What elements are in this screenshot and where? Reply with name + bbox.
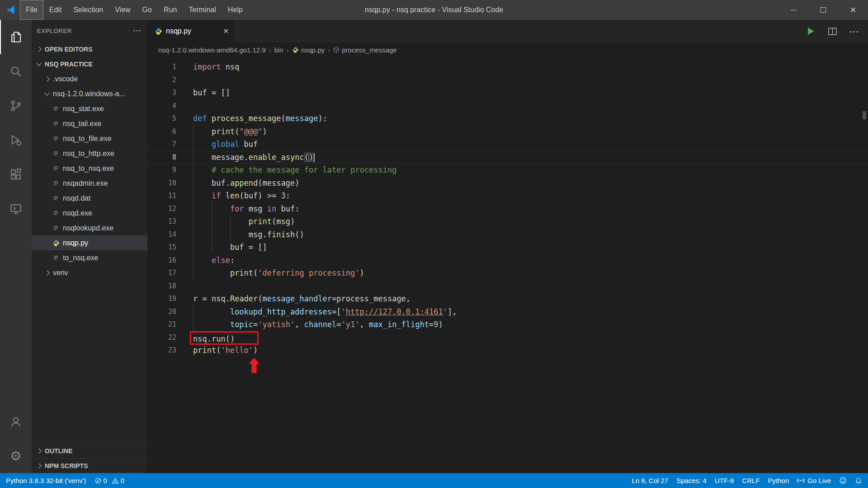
minimize-icon bbox=[791, 10, 797, 10]
tree-item-label: nsq_stat.exe bbox=[63, 105, 104, 113]
code-line-19[interactable]: 19r = nsq.Reader(message_handler=process… bbox=[147, 292, 868, 305]
breadcrumb-item-bin[interactable]: bin bbox=[274, 46, 283, 54]
code-line-9[interactable]: 9 # cache the message for later processi… bbox=[147, 164, 868, 177]
tab-label: nsqp.py bbox=[166, 27, 191, 35]
tree-item-nsqd.dat[interactable]: nsqd.dat bbox=[32, 191, 147, 206]
settings-gear-icon[interactable]: ⚙ bbox=[0, 439, 32, 473]
breadcrumb-item-nsq-1.2.0.windows-amd64.go1.12.9[interactable]: nsq-1.2.0.windows-amd64.go1.12.9 bbox=[158, 46, 266, 54]
tree-item-label: nsq_to_nsq.exe bbox=[63, 164, 114, 173]
code-line-14[interactable]: 14 msg.finish() bbox=[147, 228, 868, 241]
code-line-22[interactable]: 22nsq.run() bbox=[147, 331, 868, 344]
language-mode-status[interactable]: Python bbox=[764, 473, 793, 488]
tree-item-label: venv bbox=[53, 269, 68, 277]
explorer-icon[interactable] bbox=[0, 20, 32, 54]
extensions-icon[interactable] bbox=[0, 157, 32, 192]
explorer-sidebar: EXPLORER ⋯ OPEN EDITORS NSQ PRACTICE .vs… bbox=[32, 20, 147, 473]
run-and-debug-icon[interactable] bbox=[0, 123, 32, 157]
indentation-status[interactable]: Spaces: 4 bbox=[672, 473, 711, 488]
code-line-18[interactable]: 18 bbox=[147, 280, 868, 293]
line-content: msg.finish() bbox=[176, 228, 304, 241]
editor-more-actions-icon[interactable]: ⋯ bbox=[849, 29, 860, 34]
tree-item-nsq-to-nsq.exe[interactable]: nsq_to_nsq.exe bbox=[32, 161, 147, 176]
tree-item-nsq-to-http.exe[interactable]: nsq_to_http.exe bbox=[32, 146, 147, 161]
maximize-button[interactable] bbox=[808, 0, 838, 20]
code-line-21[interactable]: 21 topic='yatish', channel='y1', max_in_… bbox=[147, 318, 868, 331]
sidebar-more-actions-icon[interactable]: ⋯ bbox=[133, 26, 142, 36]
code-line-2[interactable]: 2 bbox=[147, 74, 868, 87]
code-line-5[interactable]: 5def process_message(message): bbox=[147, 112, 868, 125]
source-control-icon[interactable] bbox=[0, 89, 32, 123]
breadcrumb-separator: › bbox=[328, 46, 330, 54]
split-editor-icon[interactable] bbox=[828, 27, 837, 36]
line-content: buf = [] bbox=[176, 241, 267, 254]
code-line-15[interactable]: 15 buf = [] bbox=[147, 241, 868, 254]
status-bar: Python 3.8.3 32-bit ('venv') 0 0 Ln 8, C… bbox=[0, 473, 868, 488]
section-workspace[interactable]: NSQ PRACTICE bbox=[32, 56, 147, 71]
tab-close-icon[interactable]: ✕ bbox=[223, 27, 229, 35]
breadcrumb-item-nsqp.py[interactable]: nsqp.py bbox=[292, 46, 325, 54]
tree-item-.vscode[interactable]: .vscode bbox=[32, 71, 147, 86]
tree-item-nsq-stat.exe[interactable]: nsq_stat.exe bbox=[32, 101, 147, 116]
code-line-6[interactable]: 6 print("@@@") bbox=[147, 125, 868, 138]
code-line-11[interactable]: 11 if len(buf) >= 3: bbox=[147, 189, 868, 202]
remote-explorer-icon[interactable] bbox=[0, 192, 32, 226]
search-icon[interactable] bbox=[0, 54, 32, 89]
line-number: 21 bbox=[147, 318, 176, 331]
section-open-editors[interactable]: OPEN EDITORS bbox=[32, 42, 147, 56]
annotation-box: nsq.run() bbox=[190, 331, 259, 345]
menu-view[interactable]: View bbox=[109, 0, 136, 20]
code-line-16[interactable]: 16 else: bbox=[147, 254, 868, 267]
error-icon bbox=[94, 477, 102, 484]
code-line-17[interactable]: 17 print('deferring processing') bbox=[147, 267, 868, 280]
code-line-4[interactable]: 4 bbox=[147, 99, 868, 113]
tree-item-nsqlookupd.exe[interactable]: nsqlookupd.exe bbox=[32, 221, 147, 235]
menu-edit[interactable]: Edit bbox=[43, 0, 68, 20]
code-line-23[interactable]: 23print('hello') bbox=[147, 344, 868, 357]
line-content: r = nsq.Reader(message_handler=process_m… bbox=[176, 292, 410, 305]
notifications-button[interactable] bbox=[851, 473, 866, 488]
go-live-status[interactable]: Go Live bbox=[793, 473, 835, 488]
line-content: topic='yatish', channel='y1', max_in_fli… bbox=[176, 318, 443, 331]
scrollbar-decoration[interactable] bbox=[863, 111, 866, 119]
section-outline[interactable]: OUTLINE bbox=[32, 443, 147, 458]
breadcrumb-item-process-message[interactable]: process_message bbox=[333, 46, 397, 54]
tree-item-nsq-tail.exe[interactable]: nsq_tail.exe bbox=[32, 116, 147, 131]
line-number: 12 bbox=[147, 202, 176, 216]
menu-run[interactable]: Run bbox=[158, 0, 183, 20]
menu-selection[interactable]: Selection bbox=[67, 0, 109, 20]
python-interpreter-status[interactable]: Python 3.8.3 32-bit ('venv') bbox=[2, 473, 90, 488]
menu-terminal[interactable]: Terminal bbox=[183, 0, 222, 20]
eol-status[interactable]: CRLF bbox=[738, 473, 764, 488]
code-editor[interactable]: 1import nsq23buf = []45def process_messa… bbox=[147, 57, 868, 473]
run-file-button[interactable] bbox=[805, 26, 816, 37]
encoding-status[interactable]: UTF-8 bbox=[711, 473, 738, 488]
code-line-10[interactable]: 10 buf.append(message) bbox=[147, 177, 868, 190]
indent-guide bbox=[193, 305, 193, 331]
tree-item-nsqp.py[interactable]: nsqp.py bbox=[32, 235, 147, 250]
menu-go[interactable]: Go bbox=[137, 0, 158, 20]
cursor-position-status[interactable]: Ln 8, Col 27 bbox=[627, 473, 672, 488]
tree-item-nsqadmin.exe[interactable]: nsqadmin.exe bbox=[32, 176, 147, 191]
problems-status[interactable]: 0 0 bbox=[90, 473, 132, 488]
code-line-12[interactable]: 12 for msg in buf: bbox=[147, 202, 868, 216]
code-line-3[interactable]: 3buf = [] bbox=[147, 86, 868, 99]
code-line-20[interactable]: 20 lookupd_http_addresses=['http://127.0… bbox=[147, 305, 868, 319]
feedback-button[interactable] bbox=[835, 473, 851, 488]
menu-file[interactable]: File bbox=[20, 0, 43, 20]
tree-item-nsqd.exe[interactable]: nsqd.exe bbox=[32, 206, 147, 221]
close-button[interactable]: ✕ bbox=[838, 0, 868, 20]
code-line-1[interactable]: 1import nsq bbox=[147, 61, 868, 74]
account-icon[interactable] bbox=[0, 404, 32, 439]
code-line-13[interactable]: 13 print(msg) bbox=[147, 215, 868, 228]
tree-item-to-nsq.exe[interactable]: to_nsq.exe bbox=[32, 250, 147, 265]
tree-item-nsq-to-file.exe[interactable]: nsq_to_file.exe bbox=[32, 131, 147, 146]
tree-item-venv[interactable]: venv bbox=[32, 265, 147, 280]
tab-nsqp-py[interactable]: nsqp.py ✕ bbox=[147, 20, 234, 42]
minimize-button[interactable] bbox=[778, 0, 808, 20]
code-line-7[interactable]: 7 global buf bbox=[147, 138, 868, 151]
code-line-8[interactable]: 8 message.enable_async() bbox=[147, 151, 868, 164]
section-npm-scripts[interactable]: NPM SCRIPTS bbox=[32, 458, 147, 473]
tree-item-nsq-1.2.0.windows-a...[interactable]: nsq-1.2.0.windows-a... bbox=[32, 86, 147, 101]
menu-help[interactable]: Help bbox=[222, 0, 249, 20]
chevron-down-icon bbox=[44, 90, 49, 95]
